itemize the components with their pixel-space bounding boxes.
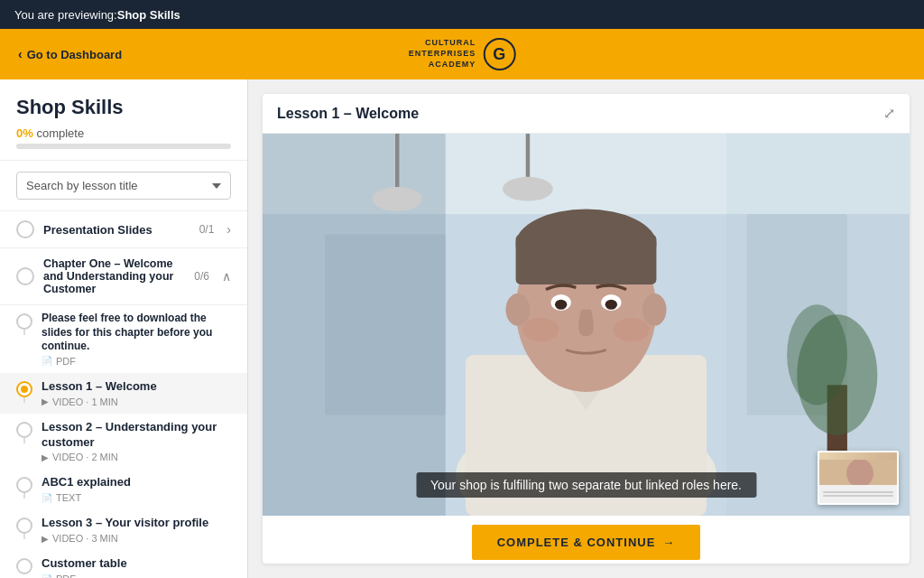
video-icon-3: ▶ — [42, 534, 49, 544]
thumbnail-preview — [819, 452, 897, 503]
lesson-circle-2 — [16, 422, 32, 438]
abc1-type: TEXT — [56, 492, 81, 503]
svg-point-28 — [503, 177, 553, 201]
connector-wrapper-5 — [16, 516, 32, 539]
lesson-item-2[interactable]: Lesson 2 – Understanding your customer ▶… — [0, 414, 247, 470]
go-to-dashboard-label: Go to Dashboard — [27, 48, 122, 61]
person-svg — [263, 134, 910, 516]
abc1-meta: 📄 TEXT — [42, 492, 231, 503]
section-count: 0/1 — [199, 223, 215, 236]
svg-point-14 — [505, 294, 530, 326]
preview-label: You are previewing: — [14, 8, 117, 22]
complete-continue-button[interactable]: COMPLETE & CONTINUE → — [472, 525, 701, 560]
lesson-circle-4 — [16, 517, 32, 534]
progress-percent: 0% — [16, 126, 33, 140]
section-circle-icon — [16, 220, 34, 238]
connector-line-3 — [23, 438, 25, 443]
lesson-circle-icon — [16, 313, 32, 330]
lesson-content-4: ABC1 explained 📄 TEXT — [42, 475, 231, 503]
lesson-content-5: Lesson 3 – Your visitor profile ▶ VIDEO … — [42, 516, 231, 544]
lesson-circle-3 — [16, 477, 32, 493]
video-icon: ▶ — [42, 396, 49, 406]
lesson-type: PDF — [56, 356, 76, 367]
connector-wrapper — [16, 312, 32, 335]
subtitle-bar: Your shop is fulfilling two separate but… — [416, 472, 756, 498]
lesson-1-title: Lesson 1 – Welcome — [42, 379, 231, 395]
chevron-up-icon: ∧ — [222, 269, 231, 284]
go-to-dashboard-link[interactable]: ‹ Go to Dashboard — [18, 47, 122, 61]
lesson-title-heading: Lesson 1 – Welcome — [277, 106, 419, 122]
svg-point-21 — [614, 318, 650, 342]
section-chapter-count: 0/6 — [194, 270, 209, 283]
video-container[interactable]: Your shop is fulfilling two separate but… — [263, 134, 910, 516]
customer-table-meta: 📄 PDF — [42, 573, 231, 578]
thumb-line-2 — [823, 495, 893, 497]
lesson-2-meta: ▶ VIDEO · 2 MIN — [42, 452, 231, 462]
svg-rect-4 — [325, 234, 446, 415]
progress-bar-area: 0% complete — [0, 126, 247, 161]
preview-bar: You are previewing: Shop Skills — [0, 0, 924, 29]
lesson-item-abc1[interactable]: ABC1 explained 📄 TEXT — [0, 469, 247, 509]
connector-line-5 — [23, 534, 25, 539]
video-background — [263, 134, 910, 516]
lesson-1-meta: ▶ VIDEO · 1 MIN — [42, 396, 231, 407]
svg-point-18 — [555, 300, 567, 310]
progress-text: 0% complete — [16, 126, 231, 140]
logo-text: CULTURAL ENTERPRISES ACADEMY — [409, 38, 476, 70]
connector-wrapper-4 — [16, 475, 32, 499]
svg-point-24 — [787, 304, 847, 405]
video-icon-2: ▶ — [42, 452, 49, 462]
lesson-2-title: Lesson 2 – Understanding your customer — [42, 420, 231, 451]
preview-course-name: Shop Skills — [117, 8, 180, 22]
bottom-bar: COMPLETE & CONTINUE → — [263, 516, 910, 564]
thumb-line-1 — [823, 491, 893, 493]
lesson-content-3: Lesson 2 – Understanding your customer ▶… — [42, 420, 231, 463]
lesson-circle-5 — [16, 558, 32, 574]
svg-rect-13 — [516, 234, 657, 284]
thumb-lines — [819, 485, 897, 503]
svg-point-30 — [846, 460, 873, 488]
section-chapter-one[interactable]: Chapter One – Welcome and Understanding … — [0, 248, 247, 305]
course-title: Shop Skills — [0, 79, 247, 126]
header: ‹ Go to Dashboard CULTURAL ENTERPRISES A… — [0, 29, 924, 79]
search-area[interactable]: Search by lesson title — [0, 161, 247, 211]
svg-rect-27 — [526, 134, 530, 184]
lesson-item-slides[interactable]: Please feel free to download the slides … — [0, 305, 247, 373]
svg-point-26 — [372, 187, 422, 211]
chevron-left-icon: ‹ — [18, 47, 23, 61]
lesson-3-title: Lesson 3 – Your visitor profile — [42, 516, 231, 531]
lesson-title-text: Please feel free to download the slides … — [42, 312, 231, 354]
text-icon: 📄 — [42, 493, 52, 503]
search-select[interactable]: Search by lesson title — [16, 172, 231, 200]
lesson-content-6: Customer table 📄 PDF — [42, 556, 231, 578]
pdf-icon-2: 📄 — [42, 574, 52, 578]
progress-label: complete — [36, 126, 84, 140]
connector-line — [23, 330, 25, 335]
section-circle-icon-2 — [16, 267, 34, 285]
svg-rect-25 — [395, 134, 399, 194]
lesson-header: Lesson 1 – Welcome ⤢ — [263, 94, 910, 134]
connector-wrapper-2 — [16, 379, 32, 403]
connector-line-2 — [23, 397, 25, 403]
active-lesson-circle — [16, 381, 32, 397]
sidebar: Shop Skills 0% complete Search by lesson… — [0, 79, 248, 578]
svg-point-19 — [605, 300, 617, 310]
section-presentation-slides[interactable]: Presentation Slides 0/1 › — [0, 211, 247, 248]
lesson-3-type: VIDEO · 3 MIN — [52, 533, 118, 544]
connector-wrapper-3 — [16, 420, 32, 443]
svg-point-20 — [522, 318, 559, 342]
video-thumbnail-overlay — [818, 451, 899, 505]
connector-wrapper-6 — [16, 556, 32, 574]
lesson-item-3[interactable]: Lesson 3 – Your visitor profile ▶ VIDEO … — [0, 509, 247, 550]
logo-circle-icon: G — [483, 38, 515, 70]
customer-table-title: Customer table — [42, 556, 231, 572]
expand-icon[interactable]: ⤢ — [883, 105, 895, 122]
lesson-item-customer-table[interactable]: Customer table 📄 PDF — [0, 550, 247, 578]
lesson-3-meta: ▶ VIDEO · 3 MIN — [42, 533, 231, 544]
abc1-title: ABC1 explained — [42, 475, 231, 490]
arrow-icon: → — [662, 536, 675, 549]
lesson-1-type: VIDEO · 1 MIN — [52, 396, 118, 407]
lesson-content-2: Lesson 1 – Welcome ▶ VIDEO · 1 MIN — [42, 379, 231, 407]
section-chapter-title: Chapter One – Welcome and Understanding … — [43, 257, 185, 295]
lesson-item-welcome[interactable]: Lesson 1 – Welcome ▶ VIDEO · 1 MIN — [0, 373, 247, 414]
